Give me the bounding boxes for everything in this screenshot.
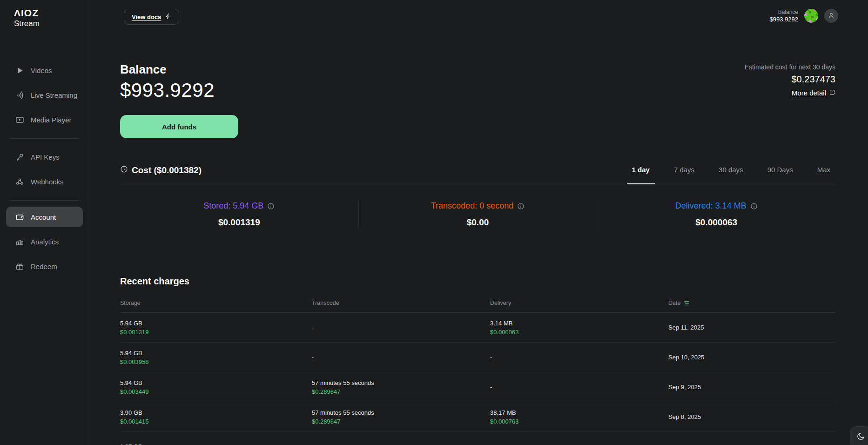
sidebar-item-redeem[interactable]: Redeem (6, 254, 83, 279)
storage-cost: $0.003449 (120, 388, 312, 395)
sidebar-item-live-streaming[interactable]: Live Streaming (6, 83, 83, 108)
storage-amount: 3.90 GB (120, 409, 312, 416)
theme-toggle-button[interactable] (850, 426, 868, 445)
tab-1-day[interactable]: 1 day (627, 166, 655, 184)
topbar-balance-value: $993.9292 (770, 16, 798, 23)
sidebar-divider (9, 200, 80, 201)
sidebar-divider (9, 138, 80, 139)
stat-value: $0.001319 (120, 217, 358, 228)
external-link-icon (829, 89, 835, 97)
storage-cell: 1.87 GB (120, 443, 312, 445)
table-row: 5.94 GB$0.003449 57 minutes 55 seconds$0… (120, 372, 835, 402)
storage-cost: $0.001415 (120, 418, 312, 425)
delivery-cell: - (490, 384, 668, 391)
person-icon (828, 12, 835, 20)
sidebar-item-analytics[interactable]: Analytics (6, 229, 83, 254)
column-header-label: Storage (120, 300, 141, 306)
info-icon[interactable] (267, 202, 275, 210)
balance-block: Balance $993.9292 Add funds (120, 62, 238, 138)
transcode-cell: 57 minutes 55 seconds$0.289647 (312, 379, 490, 395)
topbar-balance: Balance $993.9292 (770, 9, 798, 23)
sidebar-item-label: Account (31, 213, 56, 221)
date-cell: Sep 9, 2025 (668, 384, 835, 391)
stat-value: $0.00 (359, 217, 597, 228)
estimated-cost-value: $0.237473 (745, 74, 835, 85)
moon-icon (856, 432, 865, 442)
account-menu-button[interactable] (824, 9, 838, 23)
column-header-label: Date (668, 300, 680, 306)
estimated-cost-label: Estimated cost for next 30 days (745, 63, 835, 71)
sidebar-item-label: Live Streaming (31, 91, 77, 99)
sort-icon[interactable] (684, 300, 690, 306)
page-content: Balance $993.9292 Add funds Estimated co… (89, 25, 868, 445)
delivery-amount: 3.14 MB (490, 320, 668, 327)
transcode-cost: $0.289647 (312, 418, 490, 425)
nav-group-dev: API Keys Webhooks (6, 145, 83, 194)
charges-table-header: Storage Transcode Delivery (120, 300, 835, 313)
recent-charges-section: Recent charges Storage Transcode (120, 275, 835, 445)
avatar[interactable] (804, 9, 818, 23)
sidebar-nav: Videos Live Streaming Media Player (0, 58, 89, 279)
delivery-cell: - (490, 354, 668, 361)
view-docs-button[interactable]: View docs (124, 9, 179, 25)
sidebar-item-label: Analytics (31, 238, 59, 246)
column-header-label: Transcode (312, 300, 339, 306)
storage-cell: 5.94 GB$0.003958 (120, 350, 312, 365)
cost-title-text: Cost ($0.001382) (132, 165, 202, 175)
storage-cell: 5.94 GB$0.001319 (120, 320, 312, 336)
tab-90-days[interactable]: 90 Days (762, 166, 798, 184)
logo-wordmark: ΛIOZ (14, 7, 89, 19)
nav-group-media: Videos Live Streaming Media Player (6, 58, 83, 132)
stat-label-text: Transcoded: 0 second (431, 201, 513, 211)
column-header-date: Date (668, 300, 835, 306)
stat-label: Transcoded: 0 second (431, 201, 525, 211)
topbar-balance-label: Balance (770, 9, 798, 16)
table-row: 5.94 GB$0.001319 - 3.14 MB$0.000063 Sep … (120, 313, 835, 343)
identicon-avatar-icon (804, 9, 818, 23)
cost-section: Cost ($0.001382) 1 day 7 days 30 days 90… (120, 165, 835, 242)
storage-cell: 5.94 GB$0.003449 (120, 379, 312, 395)
sidebar-item-webhooks[interactable]: Webhooks (6, 169, 83, 194)
sidebar-item-videos[interactable]: Videos (6, 58, 83, 83)
media-player-icon (15, 115, 24, 124)
transcode-amount: - (312, 324, 490, 331)
topbar-right: Balance $993.9292 (770, 9, 838, 23)
cost-range-tabs: 1 day 7 days 30 days 90 Days Max (627, 166, 835, 184)
page-title: Balance (120, 62, 238, 77)
add-funds-button[interactable]: Add funds (120, 115, 238, 138)
sidebar-item-label: Webhooks (31, 178, 64, 186)
stat-delivered: Delivered: 3.14 MB $0.000063 (597, 201, 835, 228)
stat-value: $0.000063 (597, 217, 835, 228)
stat-label: Stored: 5.94 GB (203, 201, 275, 211)
delivery-cost: $0.000763 (490, 418, 668, 425)
app-logo: ΛIOZ Stream (0, 7, 89, 28)
more-detail-label: More detail (792, 89, 826, 97)
sidebar-item-api-keys[interactable]: API Keys (6, 145, 83, 169)
stat-label: Delivered: 3.14 MB (675, 201, 758, 211)
transcode-cell: 57 minutes 55 seconds$0.289647 (312, 409, 490, 425)
balance-section: Balance $993.9292 Add funds Estimated co… (120, 62, 835, 138)
storage-cost: $0.001319 (120, 329, 312, 336)
date-cell: Sep 11, 2025 (668, 324, 835, 331)
topbar: View docs Balance $993.9292 (89, 0, 868, 25)
tab-7-days[interactable]: 7 days (669, 166, 700, 184)
table-row: 1.87 GB (120, 432, 835, 445)
sidebar-item-label: Media Player (31, 116, 72, 124)
info-icon[interactable] (517, 202, 525, 210)
recent-charges-title: Recent charges (120, 275, 835, 287)
delivery-cell: 3.14 MB$0.000063 (490, 320, 668, 336)
tab-max[interactable]: Max (812, 166, 835, 184)
nav-group-account: Account Analytics Redeem (6, 207, 83, 279)
sidebar-item-account[interactable]: Account (6, 207, 83, 227)
info-icon[interactable] (750, 202, 758, 210)
balance-amount: $993.9292 (120, 79, 238, 102)
stat-transcoded: Transcoded: 0 second $0.00 (359, 201, 597, 228)
transcode-cell: - (312, 354, 490, 361)
stat-stored: Stored: 5.94 GB $0.001319 (120, 201, 358, 228)
estimated-cost-block: Estimated cost for next 30 days $0.23747… (745, 63, 835, 138)
sidebar-item-media-player[interactable]: Media Player (6, 108, 83, 132)
storage-cost: $0.003958 (120, 358, 312, 365)
gift-icon (15, 262, 24, 271)
tab-30-days[interactable]: 30 days (713, 166, 748, 184)
more-detail-link[interactable]: More detail (792, 89, 835, 97)
